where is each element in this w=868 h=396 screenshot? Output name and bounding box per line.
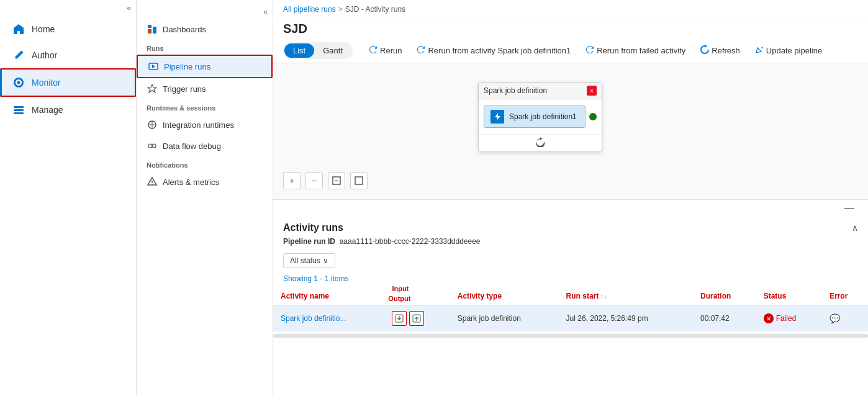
spark-icon [491, 110, 504, 124]
sidebar-item-monitor-label: Monitor [32, 78, 61, 88]
col-duration[interactable]: Duration [693, 287, 756, 306]
main-content: All pipeline runs > SJD - Activity runs … [273, 0, 868, 396]
activity-runs-table: Activity name Input Output Activity type [273, 287, 868, 331]
error-comment-icon[interactable]: 💬 [830, 313, 840, 323]
col-run-start[interactable]: Run start ↑↓ [559, 287, 693, 306]
sub-nav-data-flow-debug[interactable]: Data flow debug [137, 135, 273, 156]
col-activity-name-label: Activity name [281, 292, 329, 300]
sub-nav-integration-runtimes[interactable]: Integration runtimes [137, 114, 273, 135]
activity-runs-header: Activity runs ∧ [273, 216, 868, 236]
col-status[interactable]: Status [756, 287, 822, 306]
cell-status: ✕ Failed [756, 306, 822, 331]
sjd-refresh-icon[interactable] [535, 137, 545, 149]
minimize-button[interactable]: — [841, 201, 858, 215]
tab-list[interactable]: List [284, 43, 314, 58]
col-input-output: Input Output [384, 287, 450, 306]
fit-button[interactable] [328, 172, 345, 189]
svg-rect-6 [148, 29, 151, 34]
sidebar-item-home[interactable]: Home [0, 16, 136, 42]
alerts-icon [147, 176, 158, 187]
collapse-icon[interactable]: ∧ [852, 223, 858, 233]
rerun-icon [369, 45, 377, 56]
activity-runs-section: Activity runs ∧ Pipeline run ID aaaa1111… [273, 216, 868, 396]
output-button[interactable] [409, 311, 424, 326]
cell-input-output [384, 306, 450, 331]
col-duration-label: Duration [700, 292, 731, 300]
chevron-down-icon: ∨ [323, 256, 328, 265]
update-pipeline-button[interactable]: Update pipeline [749, 42, 828, 59]
svg-rect-7 [153, 27, 156, 34]
table-row[interactable]: Spark job definitio... [273, 306, 868, 331]
canvas-controls: + − [283, 172, 368, 189]
rerun-from-activity-icon [417, 45, 425, 56]
runtimes-section-header: Runtimes & sessions [137, 99, 273, 114]
tab-gantt[interactable]: Gantt [314, 43, 351, 58]
svg-point-17 [151, 184, 153, 185]
col-error[interactable]: Error [822, 287, 868, 306]
cell-activity-name[interactable]: Spark job definitio... [273, 306, 384, 331]
horizontal-scrollbar[interactable] [273, 334, 868, 338]
cell-activity-type: Spark job definition [450, 306, 559, 331]
pencil-icon [12, 48, 25, 62]
rerun-label: Rerun [380, 46, 402, 55]
svg-rect-8 [148, 25, 151, 28]
sidebar-item-monitor[interactable]: Monitor [0, 68, 136, 97]
update-pipeline-label: Update pipeline [766, 46, 822, 55]
zoom-out-button[interactable]: − [305, 172, 323, 189]
zoom-in-button[interactable]: + [283, 172, 301, 189]
pipeline-run-id: Pipeline run ID aaaa1111-bbbb-cccc-2222-… [273, 236, 868, 251]
rerun-from-failed-button[interactable]: Rerun from failed activity [579, 42, 692, 59]
sidebar-item-manage[interactable]: Manage [0, 97, 136, 123]
refresh-icon [700, 45, 709, 56]
home-icon [12, 22, 25, 36]
sjd-card-body: Spark job definition1 [479, 99, 602, 134]
showing-label: Showing 1 - 1 items [273, 271, 868, 287]
pipeline-run-id-value: aaaa1111-bbbb-cccc-2222-3333ddddeeee [340, 237, 481, 246]
close-icon: × [590, 88, 594, 94]
status-failed-indicator: ✕ Failed [764, 313, 815, 323]
breadcrumb-all-runs-link[interactable]: All pipeline runs [283, 5, 336, 14]
expand-button[interactable] [350, 172, 368, 189]
sub-sidebar: « Dashboards Runs Pipeline runs [137, 0, 273, 396]
left-sidebar-collapse-btn[interactable]: « [0, 0, 136, 16]
sjd-close-button[interactable]: × [587, 86, 597, 96]
breadcrumb: All pipeline runs > SJD - Activity runs [273, 0, 868, 19]
right-panel: « Dashboards Runs Pipeline runs [137, 0, 868, 396]
cell-run-start: Jul 26, 2022, 5:26:49 pm [559, 306, 693, 331]
svg-point-14 [152, 144, 156, 148]
integration-runtimes-icon [147, 119, 158, 130]
sub-nav-trigger-runs[interactable]: Trigger runs [137, 78, 273, 99]
data-flow-debug-label: Data flow debug [163, 142, 221, 151]
rerun-from-failed-label: Rerun from failed activity [597, 46, 685, 55]
sub-sidebar-collapse-btn[interactable]: « [137, 5, 273, 19]
sidebar-item-home-label: Home [32, 24, 55, 34]
left-sidebar: « Home Author Monitor [0, 0, 137, 396]
col-activity-name[interactable]: Activity name [273, 287, 384, 306]
alerts-metrics-label: Alerts & metrics [163, 178, 219, 187]
sub-nav-dashboards[interactable]: Dashboards [137, 19, 273, 40]
activity-name-link[interactable]: Spark job definitio... [281, 314, 346, 323]
rerun-button[interactable]: Rerun [363, 42, 408, 59]
sub-nav-alerts-metrics[interactable]: Alerts & metrics [137, 171, 273, 192]
col-activity-type[interactable]: Activity type [450, 287, 559, 306]
cell-error: 💬 [822, 306, 868, 331]
status-filter-button[interactable]: All status ∨ [283, 253, 335, 268]
sjd-card-title: Spark job definition [484, 86, 547, 95]
sub-nav-pipeline-runs[interactable]: Pipeline runs [137, 55, 273, 78]
sjd-activity-label: Spark job definition1 [509, 112, 577, 121]
dashboards-label: Dashboards [163, 25, 206, 34]
sidebar-item-author[interactable]: Author [0, 42, 136, 68]
rerun-from-activity-button[interactable]: Rerun from activity Spark job definition… [410, 42, 577, 59]
update-pipeline-icon [755, 45, 764, 56]
refresh-button[interactable]: Refresh [694, 42, 746, 59]
canvas-area: Spark job definition × Spark job definit… [273, 63, 868, 200]
sjd-activity-node[interactable]: Spark job definition1 [484, 106, 585, 128]
sjd-card-footer [479, 134, 602, 151]
status-success-dot [589, 113, 597, 120]
svg-point-2 [17, 81, 20, 84]
rerun-from-failed-icon [585, 45, 594, 56]
col-activity-type-label: Activity type [458, 292, 502, 300]
input-button[interactable] [392, 311, 407, 326]
toolbar: List Gantt Rerun Rerun from activity Spa [273, 38, 868, 63]
input-output-buttons [392, 311, 442, 326]
